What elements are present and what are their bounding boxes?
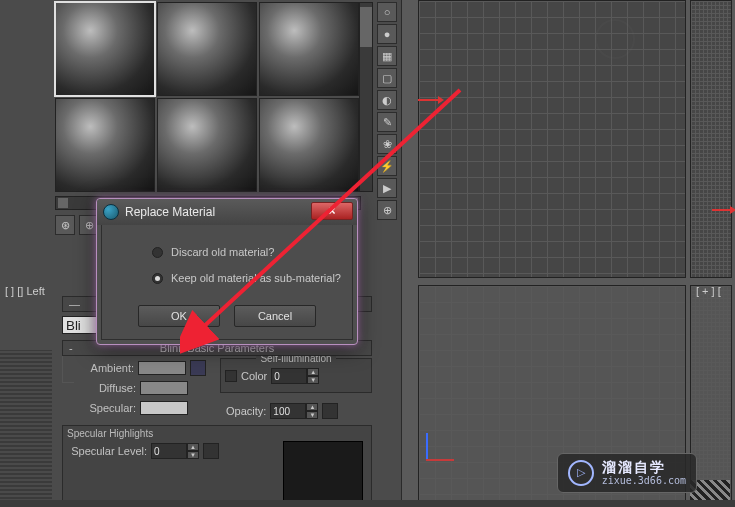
options-icon[interactable]: ❀ xyxy=(377,134,397,154)
spec-highlights-label: Specular Highlights xyxy=(67,428,367,439)
highlight-icon[interactable]: ◐ xyxy=(377,90,397,110)
spin-up-icon[interactable]: ▲ xyxy=(306,403,318,411)
ambient-lock-icon[interactable] xyxy=(190,360,206,376)
view-label-left: [ ] [] Left xyxy=(5,285,45,297)
opacity-value[interactable] xyxy=(270,403,306,419)
radio-discard[interactable] xyxy=(152,247,163,258)
sample-slots xyxy=(55,2,361,192)
radio-keep[interactable] xyxy=(152,273,163,284)
opacity-label: Opacity: xyxy=(226,405,266,417)
video-icon[interactable]: ▶ xyxy=(377,178,397,198)
axis-gizmo xyxy=(426,433,454,461)
spin-down-icon[interactable]: ▼ xyxy=(306,411,318,419)
discard-option[interactable]: Discard old material? xyxy=(112,239,342,265)
dialog-body: Discard old material? Keep old material … xyxy=(101,225,353,340)
specular-label: Specular: xyxy=(78,402,136,414)
editor-right-toolbar: ○ ● ▦ ▢ ◐ ✎ ❀ ⚡ ▶ ⊕ xyxy=(377,2,399,220)
close-button[interactable]: × xyxy=(311,202,353,220)
viewport-axis-x2 xyxy=(712,205,735,215)
spec-level-spinner[interactable]: ▲▼ xyxy=(151,443,199,459)
spin-up-icon[interactable]: ▲ xyxy=(307,368,319,376)
keep-label: Keep old material as sub-material? xyxy=(171,272,341,284)
material-slot[interactable] xyxy=(157,2,257,96)
watermark-en: zixue.3d66.com xyxy=(602,475,686,486)
slots-vscroll[interactable] xyxy=(359,2,373,192)
video-color-icon[interactable]: ✎ xyxy=(377,112,397,132)
material-slot[interactable] xyxy=(259,98,359,192)
vscroll-thumb[interactable] xyxy=(360,7,372,47)
diffuse-label: Diffuse: xyxy=(78,382,136,394)
viewcube[interactable] xyxy=(595,19,635,59)
ambient-swatch[interactable] xyxy=(138,361,186,375)
collapse-icon[interactable]: - xyxy=(69,342,73,354)
material-slot[interactable] xyxy=(157,98,257,192)
keep-option[interactable]: Keep old material as sub-material? xyxy=(112,265,342,291)
viewport-top[interactable] xyxy=(418,0,686,278)
sample-uv-icon[interactable]: ▢ xyxy=(377,68,397,88)
material-slot[interactable] xyxy=(55,98,155,192)
viewport-axis-x xyxy=(418,95,444,105)
viewport-top2[interactable] xyxy=(690,0,732,278)
color-label: Color xyxy=(241,370,267,382)
spec-level-value[interactable] xyxy=(151,443,187,459)
dialog-titlebar[interactable]: Replace Material × xyxy=(97,199,357,225)
get-material-icon[interactable]: ⊛ xyxy=(55,215,75,235)
link-bracket-icon xyxy=(62,353,74,383)
collapse-icon[interactable]: — xyxy=(69,298,80,310)
self-illum-color-checkbox[interactable] xyxy=(225,370,237,382)
replace-material-dialog: Replace Material × Discard old material?… xyxy=(96,198,358,345)
self-illum-value[interactable] xyxy=(271,368,307,384)
highlight-curve xyxy=(283,441,363,501)
cancel-button[interactable]: Cancel xyxy=(234,305,316,327)
dialog-app-icon xyxy=(103,204,119,220)
select-by-material-icon[interactable]: ⊕ xyxy=(377,200,397,220)
ok-button[interactable]: OK xyxy=(138,305,220,327)
material-effects-icon[interactable]: ⚡ xyxy=(377,156,397,176)
view-label-right: [ + ] [ xyxy=(696,285,721,297)
spin-up-icon[interactable]: ▲ xyxy=(187,443,199,451)
left-gutter xyxy=(0,0,52,350)
background-icon[interactable]: ▦ xyxy=(377,46,397,66)
opacity-map-button[interactable] xyxy=(322,403,338,419)
material-slot[interactable] xyxy=(259,2,359,96)
ambient-label: Ambient: xyxy=(76,362,134,374)
sample-type-icon[interactable]: ○ xyxy=(377,2,397,22)
watermark: ▷ 溜溜自学 zixue.3d66.com xyxy=(557,453,697,493)
spec-level-map-button[interactable] xyxy=(203,443,219,459)
spin-down-icon[interactable]: ▼ xyxy=(307,376,319,384)
hscroll-left[interactable] xyxy=(58,198,68,208)
bottom-strip xyxy=(0,500,735,507)
spec-level-label: Specular Level: xyxy=(67,445,147,457)
backlight-icon[interactable]: ● xyxy=(377,24,397,44)
specular-swatch[interactable] xyxy=(140,401,188,415)
spin-down-icon[interactable]: ▼ xyxy=(187,451,199,459)
discard-label: Discard old material? xyxy=(171,246,274,258)
watermark-cn: 溜溜自学 xyxy=(602,460,686,475)
specular-highlights-group: Specular Highlights Specular Level: ▲▼ xyxy=(62,425,372,507)
left-gutter-hatch xyxy=(0,350,52,507)
watermark-play-icon: ▷ xyxy=(568,460,594,486)
dialog-title: Replace Material xyxy=(125,205,215,219)
opacity-spinner[interactable]: ▲▼ xyxy=(270,403,318,419)
material-slot[interactable] xyxy=(55,2,155,96)
diffuse-swatch[interactable] xyxy=(140,381,188,395)
self-illum-spinner[interactable]: ▲▼ xyxy=(271,368,319,384)
